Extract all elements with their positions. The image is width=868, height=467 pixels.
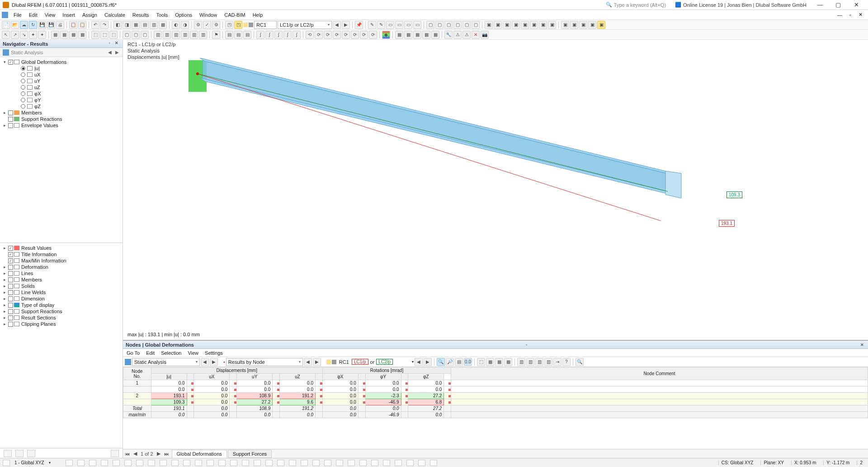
sb-t14[interactable]	[218, 460, 226, 466]
tab-global-def[interactable]: Global Deformations	[172, 450, 227, 458]
tb-c[interactable]: ▭	[386, 21, 394, 29]
tree-support2[interactable]: Support Reactions	[21, 309, 62, 314]
minimize-button[interactable]: —	[811, 1, 829, 8]
hdr-phiz[interactable]: φZ	[408, 374, 444, 380]
tb-print[interactable]: 🖨	[56, 21, 64, 29]
sb-t22[interactable]	[312, 460, 320, 466]
sb-coord-sys[interactable]: 1 - Global XYZ	[14, 460, 44, 465]
tb2-j[interactable]: ⬚	[91, 31, 99, 39]
tree-type-display[interactable]: Type of display	[21, 302, 54, 308]
tb-res1[interactable]: ◳	[225, 21, 233, 29]
menu-results[interactable]: Results	[129, 11, 153, 19]
tree-maxmin-info[interactable]: Max/Min Information	[21, 258, 66, 263]
tree-result-values[interactable]: Result Values	[21, 245, 52, 251]
tb2-h[interactable]: ▦	[69, 31, 77, 39]
tb-render2[interactable]: ◑	[181, 21, 189, 29]
cb-result-sections[interactable]	[8, 315, 13, 320]
sb-t28[interactable]	[383, 460, 390, 466]
tb-a[interactable]: ✎	[368, 21, 376, 29]
bp-edit[interactable]: Edit	[146, 350, 155, 356]
bp-col4[interactable]: ▥	[544, 358, 552, 366]
viewport[interactable]: RC1 - LC1/p or LC2/p Static Analysis Dis…	[123, 40, 868, 340]
cb-deformation[interactable]	[8, 265, 13, 270]
sb-t27[interactable]	[371, 460, 378, 466]
bp-close[interactable]: ✕	[859, 343, 865, 347]
cb-members[interactable]	[8, 110, 13, 115]
sb-t16[interactable]	[242, 460, 249, 466]
panel-float[interactable]: ▫	[106, 41, 113, 47]
bp-search[interactable]: 🔍	[576, 358, 584, 366]
tb-pin[interactable]: 📌	[355, 21, 363, 29]
tb-h[interactable]: ▢	[435, 21, 443, 29]
tb-doc2[interactable]: 📋	[78, 21, 86, 29]
tb2-ad[interactable]: ∫	[292, 31, 301, 39]
tb-refresh[interactable]: ↻	[29, 21, 37, 29]
tb-new[interactable]: 📄	[2, 21, 10, 29]
tb-view1[interactable]: ◧	[113, 21, 122, 29]
tb-b[interactable]: ✎	[377, 21, 385, 29]
cb-lines[interactable]	[8, 271, 13, 276]
bp-nav-next2[interactable]: ▶	[313, 358, 321, 366]
radio-uy[interactable]	[21, 79, 25, 83]
tab-support-forces[interactable]: Support Forces	[228, 450, 272, 458]
tb-save[interactable]: 💾	[38, 21, 46, 29]
cb-dimension[interactable]	[8, 296, 13, 301]
table-row[interactable]: 0.00.00.00.00.00.00.0	[123, 386, 868, 393]
tree-dimension[interactable]: Dimension	[21, 296, 45, 301]
tb2-v[interactable]: ⚑	[212, 31, 220, 39]
tb-w[interactable]: ▣	[579, 21, 587, 29]
bp-float[interactable]: ▫	[524, 343, 528, 347]
tb-l[interactable]: ▢	[472, 21, 480, 29]
navtab-2[interactable]	[15, 450, 24, 457]
tb-g[interactable]: ▢	[426, 21, 434, 29]
sb-t5[interactable]	[113, 460, 120, 466]
bp-view[interactable]: View	[188, 350, 198, 356]
tb-undo[interactable]: ↶	[91, 21, 99, 29]
tree-uy[interactable]: uY	[34, 78, 40, 84]
menu-assign[interactable]: Assign	[79, 11, 101, 19]
tree-clipping[interactable]: Clipping Planes	[21, 321, 56, 327]
bp-goto[interactable]: Go To	[127, 350, 140, 356]
tree-envelope[interactable]: Envelope Values	[21, 123, 58, 128]
sb-t26[interactable]	[359, 460, 367, 466]
tb-view5[interactable]: ▥	[150, 21, 158, 29]
sb-t18[interactable]	[265, 460, 273, 466]
tb-render1[interactable]: ◐	[172, 21, 180, 29]
tb-m[interactable]: ▣	[485, 21, 493, 29]
tree-members2[interactable]: Members	[21, 277, 42, 282]
bp-grp2[interactable]: ▦	[486, 358, 494, 366]
bp-settings[interactable]: Settings	[205, 350, 223, 356]
tb2-ab[interactable]: ∫	[274, 31, 283, 39]
tb2-t[interactable]: ▥	[190, 31, 198, 39]
tb-u[interactable]: ▣	[561, 21, 569, 29]
tb2-n[interactable]: ▢	[132, 31, 140, 39]
tb-calc[interactable]: ⚙	[194, 21, 202, 29]
tb2-d[interactable]: ✦	[29, 31, 37, 39]
tb2-ac[interactable]: ∫	[283, 31, 292, 39]
tb2-o[interactable]: ▢	[141, 31, 149, 39]
sb-t25[interactable]	[348, 460, 355, 466]
tree-phiz[interactable]: φZ	[34, 104, 41, 109]
tb2-p[interactable]: ▥	[154, 31, 162, 39]
tb2-l[interactable]: ⬚	[109, 31, 118, 39]
tb2-an[interactable]: ▦	[395, 31, 403, 39]
tree-result-sections[interactable]: Result Sections	[21, 315, 56, 320]
cb-solids[interactable]	[8, 284, 13, 289]
sb-t12[interactable]	[195, 460, 202, 466]
tb-view2[interactable]: ◨	[123, 21, 131, 29]
tree-uz[interactable]: uZ	[34, 85, 40, 90]
display-tree[interactable]: ▸Result Values Title Information Max/Min…	[0, 243, 123, 448]
sb-t17[interactable]	[254, 460, 261, 466]
tb-k[interactable]: ▢	[462, 21, 471, 29]
sb-t9[interactable]	[160, 460, 167, 466]
tb-res2[interactable]: ◳	[234, 21, 242, 29]
tree-phix[interactable]: φX	[34, 91, 41, 96]
hdr-phiy[interactable]: φY	[365, 374, 401, 380]
close-button[interactable]: ✕	[847, 1, 865, 8]
bp-find[interactable]: 🔍	[437, 358, 445, 366]
hdr-phix[interactable]: φX	[322, 374, 358, 380]
bp-lc2[interactable]: LC2/p	[376, 359, 393, 365]
sb-t15[interactable]	[230, 460, 237, 466]
tb-e[interactable]: ▭	[404, 21, 412, 29]
sb-t13[interactable]	[207, 460, 214, 466]
